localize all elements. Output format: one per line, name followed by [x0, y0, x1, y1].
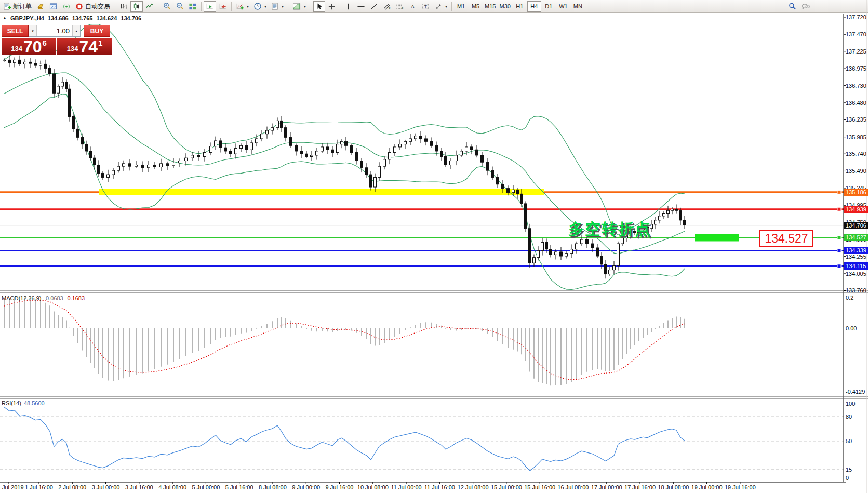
- price-tag-135.186: 135.186: [844, 189, 868, 196]
- candle: [98, 165, 100, 173]
- candle: [435, 145, 438, 151]
- level-marker: [837, 249, 841, 252]
- price-axis-label: 135.985: [846, 134, 866, 140]
- one-click-trading-widget: SELL ▾ 1.00 ▴ BUY 134 70 6 134 74 1: [2, 25, 113, 55]
- bollinger-band-u: [4, 24, 685, 235]
- price-axis-label: 137.470: [846, 31, 866, 37]
- chart-symbol-period: GBPJPY-,H4: [10, 15, 44, 21]
- candle: [350, 145, 353, 152]
- price-chart[interactable]: [0, 0, 868, 493]
- candle: [555, 252, 557, 255]
- candle: [460, 151, 463, 155]
- candle: [550, 249, 552, 255]
- price-callout-box[interactable]: 134.527: [759, 230, 813, 247]
- price-axis-label: 136.480: [846, 100, 866, 106]
- time-axis-label: 4 Jul 08:00: [158, 484, 186, 490]
- buy-button[interactable]: BUY: [84, 25, 110, 37]
- time-axis-label: 9 Jul 16:00: [326, 484, 354, 490]
- price-axis-label: 137.225: [846, 48, 866, 55]
- candle: [102, 173, 104, 177]
- volume-decrease-button[interactable]: ▾: [29, 25, 37, 36]
- time-axis-label: 16 Jul 08:00: [558, 484, 589, 490]
- time-axis-label: 10 Jul 08:00: [357, 484, 389, 490]
- time-axis-label: 9 Jul 00:00: [292, 484, 320, 490]
- time-axis-label: 11 Jul 00:00: [391, 484, 422, 490]
- sell-price-pips: 70: [23, 39, 42, 55]
- candle: [450, 161, 452, 165]
- price-axis-label: 136.235: [846, 116, 866, 123]
- candle: [53, 74, 56, 93]
- candle: [497, 177, 499, 184]
- time-axis-label: 5 Jul 16:00: [225, 484, 253, 490]
- candle: [455, 155, 458, 161]
- volume-increase-button[interactable]: ▴: [72, 25, 80, 36]
- candle: [256, 139, 258, 143]
- candle: [172, 163, 175, 166]
- candle: [160, 164, 163, 167]
- candle: [8, 60, 11, 62]
- candle: [529, 229, 531, 263]
- candle: [389, 153, 391, 159]
- time-axis-label: Jul 2019: [2, 484, 24, 490]
- candle: [77, 129, 79, 137]
- candle: [224, 148, 227, 151]
- candle: [465, 147, 468, 151]
- candle: [445, 157, 447, 165]
- candle: [399, 144, 402, 147]
- candle: [230, 151, 232, 154]
- buy-price-point: 1: [98, 38, 102, 47]
- candle: [61, 82, 64, 86]
- candle: [378, 166, 381, 177]
- sell-button[interactable]: SELL: [2, 25, 29, 37]
- price-tag-134.939: 134.939: [844, 206, 868, 213]
- sell-price-panel[interactable]: 134 70 6: [2, 38, 56, 55]
- candle: [591, 244, 594, 248]
- candle: [667, 210, 670, 213]
- candle: [3, 60, 6, 61]
- candle: [316, 151, 318, 155]
- candle: [166, 164, 169, 166]
- candle: [525, 204, 527, 229]
- price-axis-label: 134.005: [846, 271, 866, 277]
- candle: [57, 86, 60, 93]
- macd-axis-label: 0.00: [846, 325, 857, 331]
- price-axis-label: 136.975: [846, 65, 866, 72]
- candle: [341, 141, 343, 144]
- candle: [276, 121, 279, 127]
- mt4-terminal-window: 新订单 自动交易: [0, 0, 868, 493]
- candle: [185, 158, 188, 161]
- candle: [541, 242, 544, 250]
- candle: [565, 254, 568, 256]
- candle: [73, 116, 75, 129]
- buy-price-panel[interactable]: 134 74 1: [57, 38, 112, 55]
- candle: [179, 161, 181, 163]
- candle: [271, 128, 274, 130]
- volume-input[interactable]: 1.00: [37, 25, 72, 36]
- candle: [331, 150, 334, 152]
- price-tag-134.527: 134.527: [844, 234, 868, 241]
- ohlc-close: 134.706: [121, 15, 141, 21]
- candle: [596, 248, 599, 256]
- time-axis-label: 11 Jul 16:00: [424, 484, 455, 490]
- candle: [374, 177, 377, 187]
- price-tag-134.339: 134.339: [844, 247, 868, 254]
- candle: [39, 64, 42, 65]
- time-axis-label: 19 Jul 00:00: [691, 484, 723, 490]
- level-marker: [837, 264, 841, 268]
- candle: [24, 62, 26, 64]
- time-axis-label: 12 Jul 08:00: [458, 484, 489, 490]
- time-axis-label: 15 Jul 00:00: [491, 484, 522, 490]
- candle: [210, 146, 212, 153]
- rsi-axis-label: 15: [846, 467, 852, 473]
- candle: [81, 137, 84, 144]
- collapse-triangle-icon[interactable]: ▲: [3, 16, 7, 20]
- green-zone-bar: [695, 234, 739, 241]
- macd-name: MACD(12,26,9): [2, 295, 41, 301]
- candle: [613, 266, 616, 270]
- yellow-zone-bar: [99, 189, 544, 195]
- rsi-value: 48.5600: [24, 400, 45, 406]
- candle: [537, 250, 540, 257]
- macd-value-signal: -0.1683: [65, 295, 85, 301]
- candle: [326, 147, 329, 150]
- candle: [679, 210, 682, 220]
